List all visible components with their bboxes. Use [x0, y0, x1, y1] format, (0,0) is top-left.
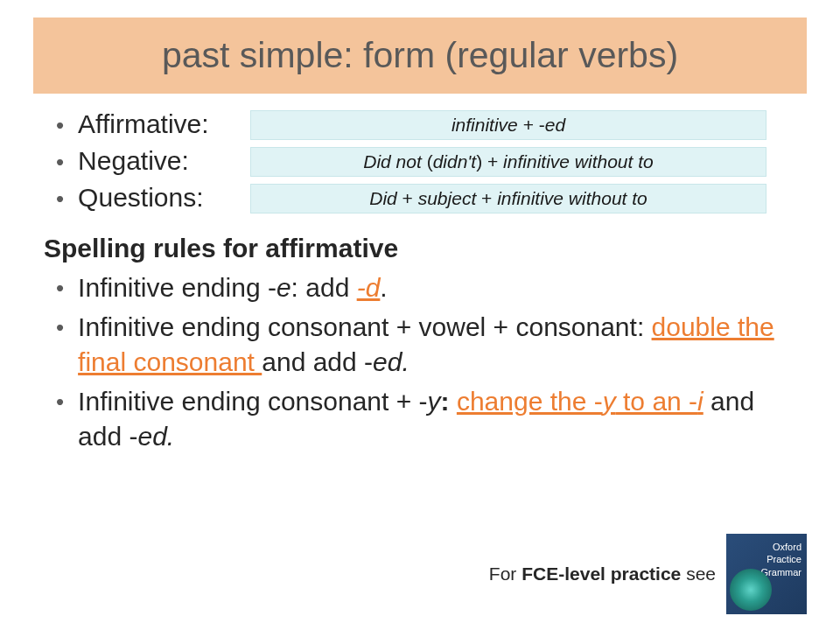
bullet-icon: •: [56, 310, 64, 345]
slide: past simple: form (regular verbs) • Affi…: [0, 0, 840, 630]
form-row-affirmative: • Affirmative: infinitive + -ed: [40, 109, 800, 141]
book-title-line1: Oxford: [773, 541, 802, 553]
title-bar: past simple: form (regular verbs): [33, 18, 807, 94]
rule-text: Infinitive ending -e: add -d.: [78, 270, 800, 306]
book-title-line2: Practice: [766, 553, 802, 565]
footer: For FCE-level practice see Oxford Practi…: [489, 534, 807, 614]
form-value-negative: Did not (didn't) + infinitive without to: [250, 147, 766, 177]
bullet-icon: •: [56, 146, 64, 178]
form-label-questions: • Questions:: [40, 183, 242, 214]
form-label-text: Negative:: [78, 146, 189, 176]
bullet-icon: •: [56, 109, 64, 141]
form-label-text: Affirmative:: [78, 109, 209, 139]
form-value-questions: Did + subject + infinitive without to: [250, 184, 766, 214]
footer-bold: FCE-level practice: [522, 564, 681, 584]
book-cover: Oxford Practice Grammar: [726, 534, 807, 614]
form-label-text: Questions:: [78, 183, 203, 213]
footer-suffix: see: [681, 564, 716, 584]
bullet-icon: •: [56, 183, 64, 214]
slide-title: past simple: form (regular verbs): [58, 35, 782, 76]
section-heading: Spelling rules for affirmative: [40, 234, 800, 263]
form-label-affirmative: • Affirmative:: [40, 109, 242, 141]
rule-item-3: • Infinitive ending consonant + -y: chan…: [40, 384, 800, 455]
footer-text: For FCE-level practice see: [489, 564, 716, 584]
rule-item-2: • Infinitive ending consonant + vowel + …: [40, 310, 800, 381]
form-label-negative: • Negative:: [40, 146, 242, 178]
slide-content: • Affirmative: infinitive + -ed • Negati…: [33, 109, 807, 455]
rule-text: Infinitive ending consonant + -y: change…: [78, 384, 800, 455]
rule-text: Infinitive ending consonant + vowel + co…: [78, 310, 800, 381]
footer-prefix: For: [489, 564, 522, 584]
form-row-negative: • Negative: Did not (didn't) + infinitiv…: [40, 146, 800, 178]
bullet-icon: •: [56, 384, 64, 419]
bullet-icon: •: [56, 270, 64, 305]
rule-item-1: • Infinitive ending -e: add -d.: [40, 270, 800, 306]
form-row-questions: • Questions: Did + subject + infinitive …: [40, 183, 800, 214]
book-swirl-graphic: [730, 569, 772, 611]
form-value-affirmative: infinitive + -ed: [250, 110, 766, 140]
